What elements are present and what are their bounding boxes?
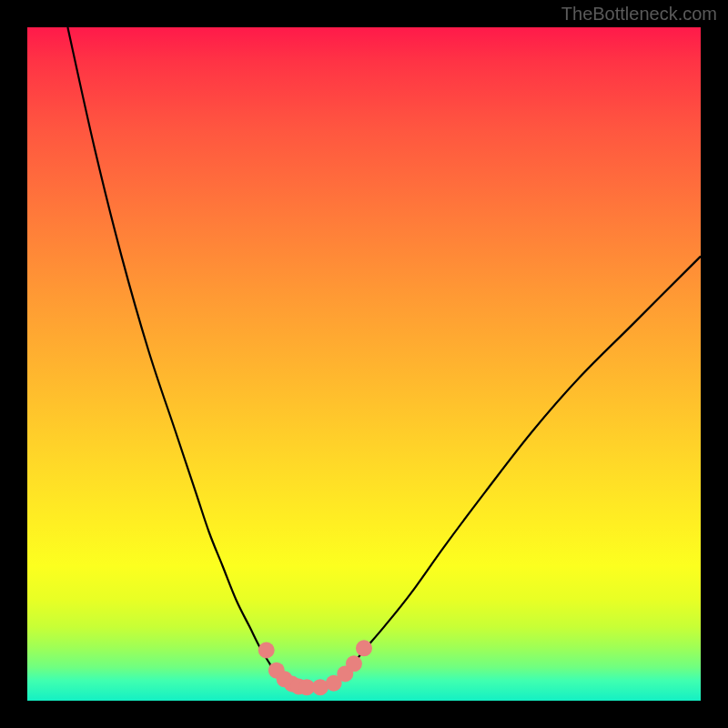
chart-svg	[27, 27, 701, 701]
data-point	[346, 655, 362, 672]
watermark-text: TheBottleneck.com	[561, 4, 717, 25]
left-curve-path	[67, 27, 297, 687]
data-point	[258, 642, 275, 659]
data-markers	[258, 640, 372, 695]
data-point	[356, 640, 372, 656]
chart-plot-area	[27, 27, 701, 701]
right-curve-path	[324, 257, 701, 688]
